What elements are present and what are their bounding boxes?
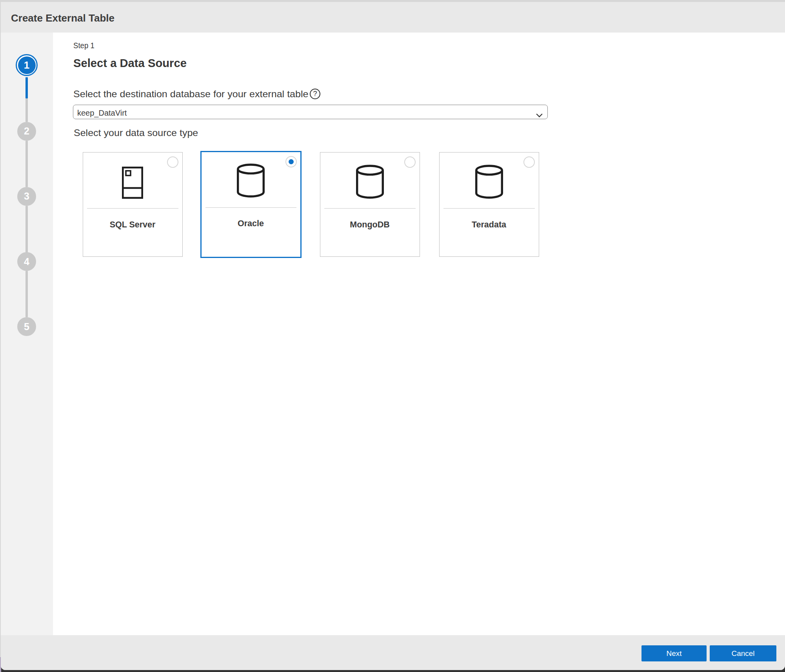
source-card-label: Teradata [440,220,539,230]
destination-database-select[interactable]: keep_DataVirt [73,105,548,119]
stepper-step-1[interactable]: 1 [16,54,38,76]
stepper-connector [25,141,28,187]
step-content: Step 1 Select a Data Source Select the d… [53,33,785,635]
cancel-button[interactable]: Cancel [710,645,776,661]
card-divider [324,208,416,209]
stepper-step-4-number: 4 [24,256,29,267]
database-icon [440,165,539,202]
wizard-stepper: 1 2 3 4 5 [1,33,53,635]
stepper-step-3[interactable]: 3 [17,187,36,206]
dialog-header: Create External Table [1,2,785,33]
stepper-step-1-number: 1 [18,56,36,74]
source-card-label: SQL Server [83,220,182,230]
stepper-step-4[interactable]: 4 [17,252,36,271]
stepper-progress-connector [25,77,28,98]
chevron-down-icon [536,111,543,120]
destination-database-value: keep_DataVirt [77,109,127,118]
dialog-body: 1 2 3 4 5 Step 1 Select a Data Source [1,33,785,635]
card-divider [443,208,535,209]
card-divider [87,208,178,209]
database-icon [202,163,300,201]
database-icon [320,165,420,202]
source-type-label: Select your data source type [74,127,198,139]
help-glyph: ? [313,90,317,98]
stepper-step-2-number: 2 [24,125,29,137]
destination-database-label: Select the destination database for your… [73,89,309,100]
page-title: Select a Data Source [73,56,187,70]
next-button[interactable]: Next [641,645,707,661]
dialog-footer: Next Cancel [1,635,785,670]
stepper-step-2[interactable]: 2 [17,122,36,141]
source-card-oracle[interactable]: Oracle [200,151,302,258]
source-card-teradata[interactable]: Teradata [439,152,539,257]
step-eyebrow: Step 1 [73,41,94,50]
stepper-step-5[interactable]: 5 [17,317,36,336]
stepper-step-3-number: 3 [24,191,29,202]
source-card-mongodb[interactable]: MongoDB [320,152,420,257]
source-card-label: MongoDB [320,220,420,230]
stepper-connector [25,271,28,317]
card-divider [205,207,296,208]
source-card-label: Oracle [202,219,300,229]
stepper-connector [25,206,28,252]
stepper-step-5-number: 5 [24,321,29,332]
create-external-table-dialog: Create External Table 1 2 3 4 5 [1,2,785,670]
source-card-sql-server[interactable]: SQL Server [83,152,183,257]
server-icon [83,165,182,202]
help-icon[interactable]: ? [310,89,320,99]
dialog-title: Create External Table [11,12,114,24]
stepper-connector [25,98,28,122]
destination-label-row: Select the destination database for your… [73,89,298,100]
